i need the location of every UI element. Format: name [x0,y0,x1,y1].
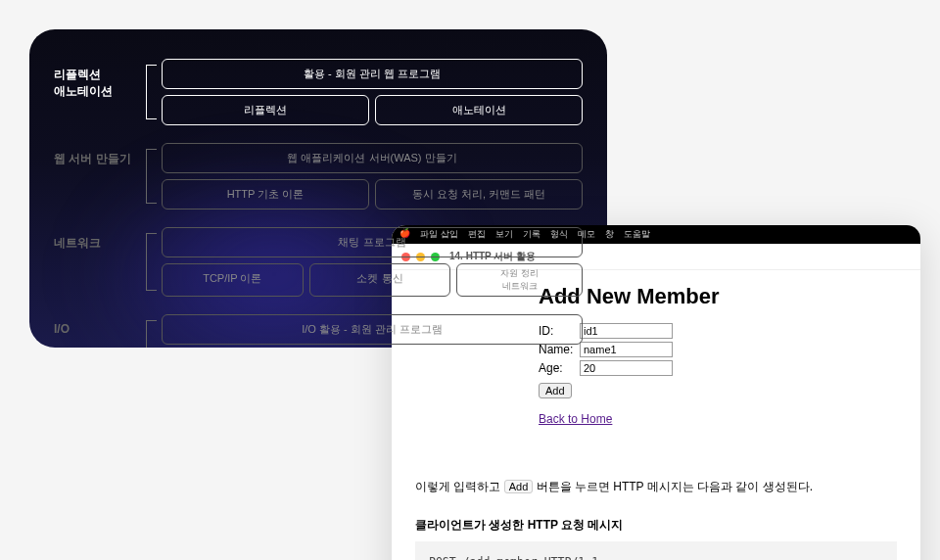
add-button[interactable]: Add [539,383,572,398]
topic-box[interactable]: 채팅 프로그램 [162,227,583,257]
bracket-icon [142,314,162,348]
section-label: 네트워크 [54,227,142,252]
menu-item[interactable]: 창 [605,228,614,241]
id-field[interactable] [580,323,673,339]
topic-box[interactable]: 애노테이션 [375,95,583,125]
age-field[interactable] [580,360,673,376]
section-label: 웹 서버 만들기 [54,143,142,167]
section-io: I/O I/O 활용 - 회원 관리 프로그램 문자 인코딩 I/O 스트림 F… [54,314,583,348]
http-code-block: POST /add-member HTTP/1.1 Host: localhos… [415,541,897,560]
section-label: I/O [54,314,142,336]
bracket-icon [142,227,162,297]
menu-item[interactable]: 도움말 [624,228,650,241]
http-message-heading: 클라이언트가 생성한 HTTP 요청 메시지 [415,517,897,534]
section-label: 리플렉션 애노테이션 [54,59,142,100]
topic-box[interactable]: 활용 - 회원 관리 웹 프로그램 [162,59,583,89]
description-text: 이렇게 입력하고 Add 버튼을 누르면 HTTP 메시지는 다음과 같이 생성… [415,479,897,495]
topic-box[interactable]: 동시 요청 처리, 커맨드 패턴 [375,179,583,210]
topic-box[interactable]: I/O 활용 - 회원 관리 프로그램 [162,314,583,345]
back-home-link[interactable]: Back to Home [539,412,612,426]
topic-box[interactable]: 자원 정리 네트워크 [456,263,583,297]
topic-box[interactable]: 소켓 통신 [309,263,451,297]
page-title: Add New Member [539,284,897,309]
bracket-icon [142,143,162,210]
age-label: Age: [539,361,580,375]
topic-box[interactable]: 웹 애플리케이션 서버(WAS) 만들기 [162,143,583,173]
topic-box[interactable]: 리플렉션 [162,95,369,125]
bracket-icon [142,59,162,125]
name-field[interactable] [580,342,673,357]
section-web-server: 웹 서버 만들기 웹 애플리케이션 서버(WAS) 만들기 HTTP 기초 이론… [54,143,583,210]
topic-box[interactable]: HTTP 기초 이론 [162,179,369,210]
topic-box[interactable]: TCP/IP 이론 [162,263,304,297]
section-network: 네트워크 채팅 프로그램 TCP/IP 이론 소켓 통신 자원 정리 네트워크 [54,227,583,297]
inline-code: Add [504,480,534,493]
section-reflection-annotation: 리플렉션 애노테이션 활용 - 회원 관리 웹 프로그램 리플렉션 애노테이션 [54,59,583,125]
